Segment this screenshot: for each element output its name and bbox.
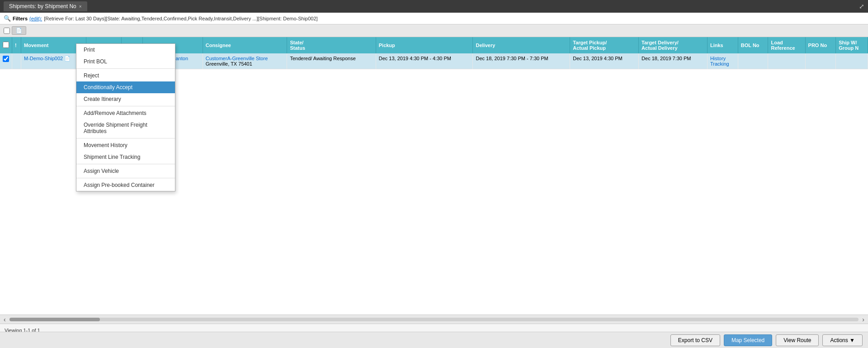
row-flag-cell	[12, 53, 21, 69]
col-header-target-delivery: Target Delivery/Actual Delivery	[639, 37, 708, 53]
pickup-text: Dec 13, 2019 4:30 PM - 4:30 PM	[379, 56, 451, 61]
scroll-thumb[interactable]	[9, 318, 100, 321]
view-route-button[interactable]: View Route	[776, 334, 819, 346]
movement-icon: 📄	[64, 56, 71, 61]
ctx-print[interactable]: Print	[76, 44, 175, 56]
col-header-load-ref: LoadReference	[768, 37, 805, 53]
toolbar: 📄	[0, 24, 868, 37]
row-target-pickup-cell: Dec 13, 2019 4:30 PM	[570, 53, 639, 69]
row-load-ref-cell	[768, 53, 805, 69]
edit-filter-link[interactable]: (edit):	[29, 16, 42, 21]
col-header-pickup: Pickup	[376, 37, 473, 53]
delivery-text: Dec 18, 2019 7:30 PM - 7:30 PM	[476, 56, 548, 61]
col-header-bol-no: BOL No	[738, 37, 768, 53]
col-header-links: Links	[707, 37, 738, 53]
new-record-button[interactable]: 📄	[12, 26, 26, 35]
row-ship-group-cell	[836, 53, 868, 69]
row-checkbox-cell[interactable]	[0, 53, 12, 69]
ctx-divider-1	[76, 68, 175, 69]
close-tab-button[interactable]: ×	[79, 4, 82, 9]
row-links-cell: History Tracking	[707, 53, 738, 69]
row-consignee-cell: CustomerA-Greenville Store Greenville, T…	[203, 53, 287, 69]
ctx-divider-2	[76, 106, 175, 106]
target-pickup-text: Dec 13, 2019 4:30 PM	[573, 56, 622, 61]
consignee-addr: Greenville, TX 75401	[206, 61, 252, 67]
tracking-link[interactable]: Tracking	[710, 61, 729, 67]
context-menu: Print Print BOL Reject Conditionally Acc…	[76, 43, 175, 191]
ctx-override-freight[interactable]: Override Shipment Freight Attributes	[76, 119, 175, 137]
filter-icon: 🔍	[4, 15, 11, 22]
expand-icon[interactable]: ⤢	[859, 3, 864, 10]
col-header-state-status: State/Status	[287, 37, 376, 53]
filter-text: [Retrieve For: Last 30 Days][State: Awai…	[44, 16, 317, 21]
target-delivery-text: Dec 18, 2019 7:30 PM	[642, 56, 691, 61]
col-header-ship-group: Ship W/Group N	[836, 37, 868, 53]
row-checkbox[interactable]	[3, 56, 9, 62]
scroll-track[interactable]	[9, 318, 859, 321]
filters-label: Filters	[13, 16, 28, 21]
state-status-text: Tendered/ Awaiting Response	[290, 56, 355, 61]
ctx-divider-3	[76, 138, 175, 138]
col-header-checkbox	[0, 37, 12, 53]
movement-link[interactable]: M-Demo-Ship002	[24, 56, 63, 61]
col-header-consignee: Consignee	[203, 37, 287, 53]
title-bar: Shipments: by Shipment No × ⤢	[0, 0, 868, 13]
ctx-divider-5	[76, 178, 175, 178]
col-header-pro-no: PRO No	[805, 37, 836, 53]
row-pickup-cell: Dec 13, 2019 4:30 PM - 4:30 PM	[376, 53, 473, 69]
header-checkbox[interactable]	[3, 42, 9, 48]
ctx-print-bol[interactable]: Print BOL	[76, 56, 175, 67]
col-header-flag: !	[12, 37, 21, 53]
ctx-assign-vehicle[interactable]: Assign Vehicle	[76, 165, 175, 177]
row-target-delivery-cell: Dec 18, 2019 7:30 PM	[639, 53, 708, 69]
row-pro-no-cell	[805, 53, 836, 69]
filter-bar: 🔍 Filters (edit): [Retrieve For: Last 30…	[0, 13, 868, 24]
row-state-status-cell: Tendered/ Awaiting Response	[287, 53, 376, 69]
history-link[interactable]: History	[710, 56, 726, 61]
ctx-add-remove-attachments[interactable]: Add/Remove Attachments	[76, 107, 175, 119]
tab-shipments[interactable]: Shipments: by Shipment No ×	[4, 1, 87, 11]
ctx-divider-4	[76, 164, 175, 164]
scroll-left-button[interactable]: ‹	[2, 316, 8, 323]
ctx-conditionally-accept[interactable]: Conditionally Accept	[76, 81, 175, 93]
ctx-assign-prebooked[interactable]: Assign Pre-booked Container	[76, 179, 175, 191]
scroll-right-button[interactable]: ›	[860, 316, 866, 323]
scroll-area[interactable]: ‹ ›	[0, 315, 868, 324]
col-header-delivery: Delivery	[473, 37, 570, 53]
export-csv-button[interactable]: Export to CSV	[670, 334, 720, 346]
row-delivery-cell: Dec 18, 2019 7:30 PM - 7:30 PM	[473, 53, 570, 69]
ctx-reject[interactable]: Reject	[76, 70, 175, 81]
map-selected-button[interactable]: Map Selected	[724, 334, 772, 346]
actions-button[interactable]: Actions ▼	[822, 334, 863, 346]
ctx-shipment-line-tracking[interactable]: Shipment Line Tracking	[76, 151, 175, 163]
consignee-link[interactable]: CustomerA-Greenville Store	[206, 56, 268, 61]
row-bol-cell	[738, 53, 768, 69]
ctx-create-itinerary[interactable]: Create Itinerary	[76, 93, 175, 105]
bottom-bar: Export to CSV Map Selected View Route Ac…	[0, 332, 868, 348]
col-header-target-pickup: Target Pickup/Actual Pickup	[570, 37, 639, 53]
tab-label: Shipments: by Shipment No	[9, 3, 76, 10]
select-all-checkbox[interactable]	[4, 28, 10, 34]
ctx-movement-history[interactable]: Movement History	[76, 139, 175, 151]
